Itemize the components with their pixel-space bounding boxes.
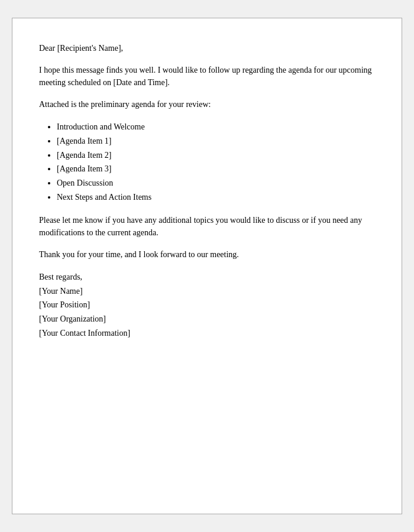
- list-item: Open Discussion: [57, 176, 375, 190]
- list-item: Next Steps and Action Items: [57, 190, 375, 205]
- agenda-list: Introduction and Welcome[Agenda Item 1][…: [57, 120, 375, 205]
- list-item: [Agenda Item 3]: [57, 162, 375, 176]
- letter-page: Dear [Recipient's Name], I hope this mes…: [12, 18, 402, 514]
- list-item: [Agenda Item 2]: [57, 148, 375, 163]
- paragraph-2: Attached is the preliminary agenda for y…: [39, 98, 375, 111]
- paragraph-3: Please let me know if you have any addit…: [39, 214, 375, 239]
- list-item: [Agenda Item 1]: [57, 134, 375, 148]
- sender-position: [Your Position]: [39, 298, 375, 312]
- paragraph-4: Thank you for your time, and I look forw…: [39, 248, 375, 261]
- signature-block: Best regards, [Your Name] [Your Position…: [39, 270, 375, 340]
- closing: Best regards,: [39, 270, 375, 284]
- sender-name: [Your Name]: [39, 284, 375, 299]
- paragraph-1: I hope this message finds you well. I wo…: [39, 64, 375, 89]
- list-item: Introduction and Welcome: [57, 120, 375, 134]
- sender-organization: [Your Organization]: [39, 312, 375, 326]
- salutation: Dear [Recipient's Name],: [39, 42, 375, 54]
- sender-contact: [Your Contact Information]: [39, 326, 375, 340]
